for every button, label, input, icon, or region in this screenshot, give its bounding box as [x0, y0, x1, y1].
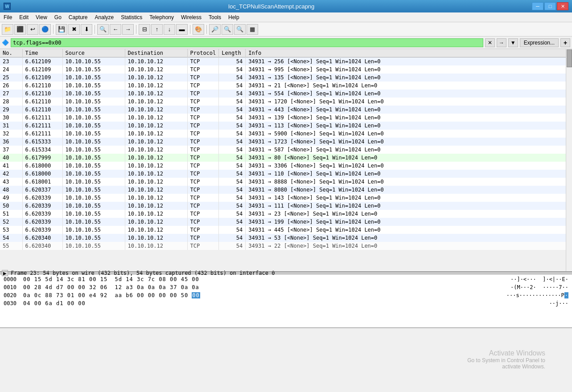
table-row[interactable]: 406.61799910.10.10.5510.10.10.12TCP54349… [0, 154, 572, 162]
cell-source: 10.10.10.55 [62, 130, 125, 138]
menu-capture[interactable]: Capture [65, 12, 91, 22]
forward-button[interactable]: → [122, 24, 134, 35]
add-filter-button[interactable]: + [560, 38, 570, 47]
back-button[interactable]: ← [110, 24, 121, 35]
reload-button[interactable]: ⬇ [81, 24, 92, 35]
table-row[interactable]: 436.61800110.10.10.5510.10.10.12TCP54349… [0, 178, 572, 186]
close-file-button[interactable]: ✖ [68, 24, 80, 35]
cell-length: 54 [219, 162, 246, 170]
cell-length: 54 [219, 226, 246, 234]
table-row[interactable]: 526.62033910.10.10.5510.10.10.12TCP54349… [0, 218, 572, 226]
menu-file[interactable]: File [0, 12, 16, 22]
menu-view[interactable]: View [32, 12, 51, 22]
table-row[interactable]: 366.61533310.10.10.5510.10.10.12TCP54349… [0, 138, 572, 146]
filter-bookmark-button[interactable]: ▼ [508, 38, 518, 47]
col-header-info[interactable]: Info [246, 49, 572, 57]
cell-protocol: TCP [187, 194, 219, 202]
zoom-out-button[interactable]: 🔍 [222, 24, 233, 35]
filter-apply-button[interactable]: → [497, 38, 506, 47]
colorize-button[interactable]: 🎨 [193, 24, 204, 35]
zoom-in-button[interactable]: 🔎 [209, 24, 221, 35]
cell-destination: 10.10.10.12 [125, 57, 187, 65]
table-row[interactable]: 496.62033910.10.10.5510.10.10.12TCP54349… [0, 194, 572, 202]
capture-options-button[interactable]: 🔵 [39, 24, 51, 35]
cell-no: 31 [0, 122, 22, 130]
cell-info: 34931 → 3306 [<None>] Seq=1 Win=1024 Len… [246, 162, 572, 170]
cell-protocol: TCP [187, 178, 219, 186]
cell-time: 6.620339 [22, 218, 62, 226]
cell-protocol: TCP [187, 122, 219, 130]
zoom-reset-button[interactable]: 🔍 [234, 24, 246, 35]
cell-info: 34931 → 22 [<None>] Seq=1 Win=1024 Len=0 [246, 242, 572, 250]
table-row[interactable]: 416.61800010.10.10.5510.10.10.12TCP54349… [0, 162, 572, 170]
cell-info: 34931 → 199 [<None>] Seq=1 Win=1024 Len=… [246, 218, 572, 226]
cell-destination: 10.10.10.12 [125, 130, 187, 138]
toolbar-separator-4 [190, 25, 190, 34]
table-row[interactable]: 506.62033910.10.10.5510.10.10.12TCP54349… [0, 202, 572, 210]
col-header-source[interactable]: Source [62, 49, 125, 57]
table-row[interactable]: 316.61211110.10.10.5510.10.10.12TCP54349… [0, 122, 572, 130]
cell-time: 6.612109 [22, 65, 62, 74]
table-row[interactable]: 326.61211110.10.10.5510.10.10.12TCP54349… [0, 130, 572, 138]
prev-button[interactable]: ↑ [151, 24, 163, 35]
hex-offset-0: 0000 [4, 276, 21, 282]
col-header-protocol[interactable]: Protocol [187, 49, 219, 57]
table-row[interactable]: 256.61210910.10.10.5510.10.10.12TCP54349… [0, 74, 572, 82]
save-button[interactable]: 💾 [56, 24, 67, 35]
filter-clear-button[interactable]: ✕ [485, 38, 495, 47]
last-button[interactable]: ▬ [176, 24, 188, 35]
cell-time: 6.612111 [22, 130, 62, 138]
open-file-button[interactable]: 📁 [2, 24, 13, 35]
col-header-length[interactable]: Length [219, 49, 246, 57]
table-row[interactable]: 516.62033910.10.10.5510.10.10.12TCP54349… [0, 210, 572, 218]
table-row[interactable]: 556.62034010.10.10.5510.10.10.12TCP54349… [0, 242, 572, 250]
table-row[interactable]: 536.62033910.10.10.5510.10.10.12TCP54349… [0, 226, 572, 234]
cell-time: 6.620340 [22, 242, 62, 250]
window-title: Ioc_TCPNullScanAttempt.pcapng [11, 3, 532, 10]
table-row[interactable]: 276.61211010.10.10.5510.10.10.12TCP54349… [0, 90, 572, 98]
table-row[interactable]: 486.62033710.10.10.5510.10.10.12TCP54349… [0, 186, 572, 194]
table-row[interactable]: 306.61211110.10.10.5510.10.10.12TCP54349… [0, 114, 572, 122]
cell-source: 10.10.10.55 [62, 74, 125, 82]
menu-edit[interactable]: Edit [16, 12, 32, 22]
cell-time: 6.618001 [22, 178, 62, 186]
cell-source: 10.10.10.55 [62, 114, 125, 122]
cell-length: 54 [219, 82, 246, 90]
minimize-button[interactable]: ─ [532, 2, 543, 10]
table-row[interactable]: 286.61211010.10.10.5510.10.10.12TCP54349… [0, 98, 572, 106]
menu-telephony[interactable]: Telephony [146, 12, 177, 22]
col-header-no[interactable]: No. [0, 49, 22, 57]
cell-protocol: TCP [187, 82, 219, 90]
menu-wireless[interactable]: Wireless [177, 12, 205, 22]
menu-go[interactable]: Go [51, 12, 65, 22]
col-header-time[interactable]: Time [22, 49, 62, 57]
table-row[interactable]: 546.62034010.10.10.5510.10.10.12TCP54349… [0, 234, 572, 242]
packet-scrollbar[interactable] [566, 49, 572, 271]
cell-time: 6.612110 [22, 90, 62, 98]
table-row[interactable]: 246.61210910.10.10.5510.10.10.12TCP54349… [0, 65, 572, 74]
table-row[interactable]: 376.61533410.10.10.5510.10.10.12TCP54349… [0, 146, 572, 154]
menu-help[interactable]: Help [225, 12, 243, 22]
table-row[interactable]: 426.61800010.10.10.5510.10.10.12TCP54349… [0, 170, 572, 178]
table-row[interactable]: 266.61211010.10.10.5510.10.10.12TCP54349… [0, 82, 572, 90]
find-button[interactable]: 🔍 [97, 24, 109, 35]
cell-destination: 10.10.10.12 [125, 178, 187, 186]
table-row[interactable]: 236.61210910.10.10.5510.10.10.12TCP54349… [0, 57, 572, 65]
restore-button[interactable]: □ [544, 2, 556, 10]
menu-tools[interactable]: Tools [205, 12, 225, 22]
cell-protocol: TCP [187, 65, 219, 74]
close-button[interactable]: ✕ [557, 2, 568, 10]
menu-analyze[interactable]: Analyze [91, 12, 118, 22]
col-header-destination[interactable]: Destination [125, 49, 187, 57]
menu-statistics[interactable]: Statistics [117, 12, 146, 22]
next-button[interactable]: ↓ [164, 24, 175, 35]
stop-capture-button[interactable]: ⬛ [14, 24, 26, 35]
restart-button[interactable]: ↩ [27, 24, 38, 35]
cell-protocol: TCP [187, 186, 219, 194]
scrollbar-thumb[interactable] [567, 49, 572, 67]
resize-columns-button[interactable]: ▦ [247, 24, 258, 35]
table-row[interactable]: 296.61211010.10.10.5510.10.10.12TCP54349… [0, 106, 572, 114]
filter-input[interactable] [11, 38, 483, 47]
first-button[interactable]: ⊟ [139, 24, 150, 35]
expression-button[interactable]: Expression... [520, 38, 559, 47]
